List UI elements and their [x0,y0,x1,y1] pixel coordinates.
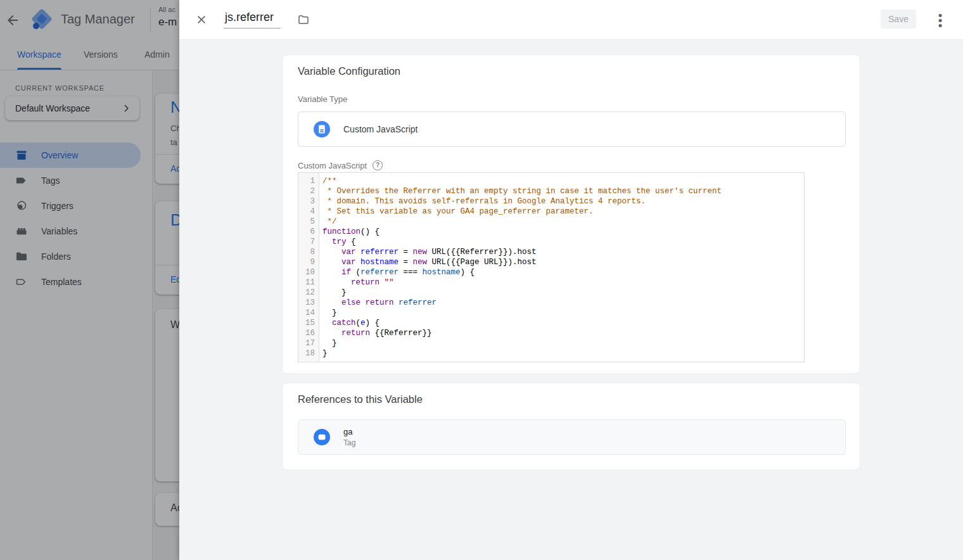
tag-manager-screen: Tag Manager All ac e-m WorkspaceVersions… [0,0,963,560]
code-line: var referrer = new URL({{Referrer}}).hos… [322,247,722,257]
more-options-icon[interactable]: ••• [934,12,947,27]
code-line: return {{Referrer}} [322,328,722,338]
code-line: } [322,338,722,348]
line-number-gutter: 123456789101112131415161718 [298,173,319,362]
reference-type: Tag [343,438,355,447]
code-line: */ [322,217,722,227]
code-editor[interactable]: 123456789101112131415161718 /** * Overri… [298,172,805,362]
reference-item-ga[interactable]: gaTag [298,419,846,455]
references-card: References to this Variable gaTag [282,383,860,470]
close-icon[interactable] [195,13,208,26]
folder-icon[interactable] [297,13,310,26]
variable-type-label: Variable Type [298,94,347,104]
code-line: * domain. This avoids self-referrals in … [322,196,722,207]
code-line: if (referrer === hostname) { [322,267,722,277]
code-line: else return referrer [322,298,722,308]
variable-type-value: Custom JavaScript [343,124,418,134]
editor-label-row: Custom JavaScript ? [298,160,383,170]
help-icon[interactable]: ? [373,160,383,170]
code-line: function() { [322,227,722,237]
variable-configuration-card: Variable Configuration Variable Type Cus… [282,54,860,374]
variable-name-field[interactable]: js.referrer [224,11,281,29]
section-heading: Variable Configuration [298,65,400,77]
panel-header: js.referrer Save ••• [179,0,963,40]
reference-name: ga [343,427,355,436]
code-line: } [322,348,722,359]
save-button[interactable]: Save [881,10,916,29]
variable-editor-panel: js.referrer Save ••• Variable Configurat… [179,0,963,560]
code-line: try { [322,237,722,247]
code-content: /** * Overrides the Referrer with an emp… [319,173,722,362]
code-line: var hostname = new URL({{Page URL}}).hos… [322,257,722,267]
tag-reference-icon [314,429,330,445]
custom-javascript-icon [314,121,330,137]
code-line: /** [322,176,722,186]
code-line: catch(e) { [322,318,722,328]
code-line: * Overrides the Referrer with an empty s… [322,186,722,196]
custom-javascript-field-label: Custom JavaScript [298,161,367,170]
code-line: } [322,308,722,318]
code-line: return "" [322,277,722,288]
references-heading: References to this Variable [298,393,423,405]
variable-type-selector[interactable]: Custom JavaScript [298,111,846,147]
code-line: } [322,288,722,298]
code-line: * Set this variable as your GA4 page_ref… [322,207,722,217]
